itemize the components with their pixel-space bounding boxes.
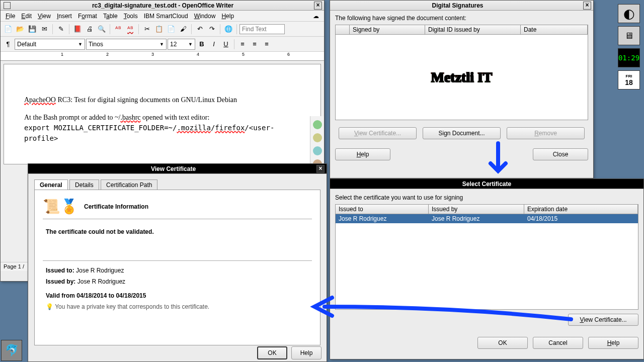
col-issued-by[interactable]: Issued by <box>429 205 524 214</box>
menu-file[interactable]: File <box>3 12 18 21</box>
cloud-sync-icon[interactable]: ☁ <box>310 12 322 21</box>
close-icon[interactable]: × <box>314 2 322 10</box>
menu-tools[interactable]: Tools <box>121 12 141 21</box>
viewcert-titlebar: View Certificate × <box>28 164 327 174</box>
col-digital-id[interactable]: Digital ID issued by <box>425 25 521 34</box>
tray-app2-icon[interactable]: 🖥 <box>618 26 640 45</box>
open-icon[interactable]: 📂 <box>15 24 26 35</box>
close-button[interactable]: Close <box>533 148 588 160</box>
help-button[interactable]: Help <box>335 148 390 160</box>
cut-icon[interactable]: ✂ <box>141 24 152 35</box>
styles-icon[interactable]: ¶ <box>3 39 14 50</box>
selcert-intro: Select the certificate you want to use f… <box>335 194 638 201</box>
tray-app1-icon[interactable]: ◐ <box>618 4 640 23</box>
certificate-row[interactable]: Jose R Rodriguez Jose R Rodriguez 04/18/… <box>336 214 638 223</box>
copy-icon[interactable]: 📋 <box>153 24 165 35</box>
sign-document-button[interactable]: Sign Document... <box>423 127 501 139</box>
col-date[interactable]: Date <box>521 25 588 34</box>
undo-icon[interactable]: ↶ <box>194 24 205 35</box>
style-combo[interactable]: Default▼ <box>15 39 85 50</box>
underline-icon[interactable]: U <box>220 39 231 50</box>
font-combo[interactable]: Tinos▼ <box>86 39 167 50</box>
autospell-icon[interactable]: ᴬᴮ <box>125 24 136 35</box>
ok-button[interactable]: OK <box>257 346 287 359</box>
mail-icon[interactable]: ✉ <box>39 24 50 35</box>
viewcert-title: View Certificate <box>30 165 316 172</box>
digsig-bottom-row: Help Close <box>335 148 588 160</box>
window-menu-icon[interactable] <box>4 2 11 9</box>
close-icon[interactable]: × <box>583 2 591 10</box>
close-icon[interactable]: × <box>316 165 325 173</box>
menu-smartcloud[interactable]: IBM SmartCloud <box>141 12 191 21</box>
remove-button: Remove <box>507 127 585 139</box>
selcert-table-header: Issued to Issued by Expiration date <box>335 204 638 214</box>
sidebar-gallery-icon[interactable] <box>313 146 322 155</box>
format-paint-icon[interactable]: 🖌 <box>178 24 189 35</box>
writer-title: rc3_digital-signature_test.odt - OpenOff… <box>12 2 314 9</box>
calendar-day: 18 <box>625 78 633 86</box>
digsig-table-header: Signed by Digital ID issued by Date <box>335 25 588 35</box>
preview-icon[interactable]: 🔍 <box>96 24 107 35</box>
digsig-table-body: Metztli IT <box>335 35 588 120</box>
ok-button[interactable]: OK <box>477 337 528 349</box>
selcert-title: Select Certificate <box>332 180 641 188</box>
page-count: Page 1 / <box>4 263 24 269</box>
align-center-icon[interactable]: ≡ <box>249 39 260 50</box>
redo-icon[interactable]: ↷ <box>206 24 217 35</box>
col-signed-by[interactable]: Signed by <box>350 25 425 34</box>
print-icon[interactable]: 🖨 <box>84 24 95 35</box>
tab-details[interactable]: Details <box>69 179 99 190</box>
col-issued-to[interactable]: Issued to <box>336 205 429 214</box>
help-button[interactable]: Help <box>588 337 638 349</box>
align-left-icon[interactable]: ≡ <box>237 39 248 50</box>
paste-icon[interactable]: 📄 <box>166 24 177 35</box>
issued-to-label: Issued to: <box>46 267 74 274</box>
start-menu-icon[interactable]: 🐬 <box>1 340 22 361</box>
new-doc-icon[interactable]: 📄 <box>3 24 14 35</box>
col-expiration[interactable]: Expiration date <box>524 205 638 214</box>
selcert-table-body: Jose R Rodriguez Jose R Rodriguez 04/18/… <box>335 214 638 310</box>
help-button[interactable]: Help <box>291 346 321 359</box>
digsig-titlebar: Digital Signatures × <box>330 1 593 11</box>
tab-general[interactable]: General <box>34 179 68 190</box>
bold-icon[interactable]: B <box>196 39 207 50</box>
doc-text: ApacheOO <box>24 96 56 104</box>
menu-edit[interactable]: Edit <box>18 12 35 21</box>
style-combo-value: Default <box>17 41 36 48</box>
selcert-body: Select the certificate you want to use f… <box>330 189 643 354</box>
digsig-body: The following have signed the document c… <box>330 11 593 164</box>
cert-validation-msg: The certificate could not be validated. <box>46 228 154 235</box>
menu-window[interactable]: Window <box>191 12 219 21</box>
calendar-dow: FRI <box>626 74 632 78</box>
doc-text: .bashrc <box>121 114 141 121</box>
find-input[interactable] <box>239 24 285 34</box>
desktop-tray: ◐ 🖥 01:29 FRI 18 <box>618 4 640 89</box>
menu-help[interactable]: Help <box>218 12 237 21</box>
menu-format[interactable]: Format <box>75 12 100 21</box>
select-certificate-dialog: Select Certificate Select the certificat… <box>330 178 644 359</box>
menu-table[interactable]: Table <box>100 12 121 21</box>
calendar-widget: FRI 18 <box>618 70 640 89</box>
menu-view[interactable]: View <box>35 12 54 21</box>
italic-icon[interactable]: I <box>208 39 219 50</box>
edit-mode-icon[interactable]: ✎ <box>55 24 66 35</box>
cancel-button[interactable]: Cancel <box>533 337 583 349</box>
align-right-icon[interactable]: ≡ <box>261 39 272 50</box>
horizontal-ruler[interactable]: 1 2 3 4 5 6 <box>1 52 324 61</box>
tab-content: 📜🏅 Certificate Information The certifica… <box>34 190 320 345</box>
doc-text: export MOZILLA_CERTIFICATE_FOLDER=~/ <box>24 124 177 132</box>
menu-insert[interactable]: Insert <box>54 12 75 21</box>
export-pdf-icon[interactable]: 📕 <box>72 24 83 35</box>
sidebar-styles-icon[interactable] <box>313 133 322 142</box>
tab-certpath[interactable]: Certification Path <box>101 179 157 190</box>
main-toolbar: 📄 📂 💾 ✉ ✎ 📕 🖨 🔍 ᴬᴮ ᴬᴮ ✂ 📋 📄 🖌 ↶ ↷ 🌐 <box>1 22 324 37</box>
hyperlink-icon[interactable]: 🌐 <box>223 24 234 35</box>
sidebar-properties-icon[interactable] <box>313 120 322 129</box>
format-toolbar: ¶ Default▼ Tinos▼ 12▼ B I U ≡ ≡ ≡ <box>1 37 324 52</box>
spellcheck-icon[interactable]: ᴬᴮ <box>113 24 124 35</box>
save-icon[interactable]: 💾 <box>27 24 38 35</box>
size-combo[interactable]: 12▼ <box>168 39 195 50</box>
selcert-mid-row: View Certificate... <box>335 314 638 326</box>
document-page[interactable]: ApacheOO RC3: Test for digital signing d… <box>4 64 321 164</box>
view-certificate-button[interactable]: View Certificate... <box>568 314 638 326</box>
